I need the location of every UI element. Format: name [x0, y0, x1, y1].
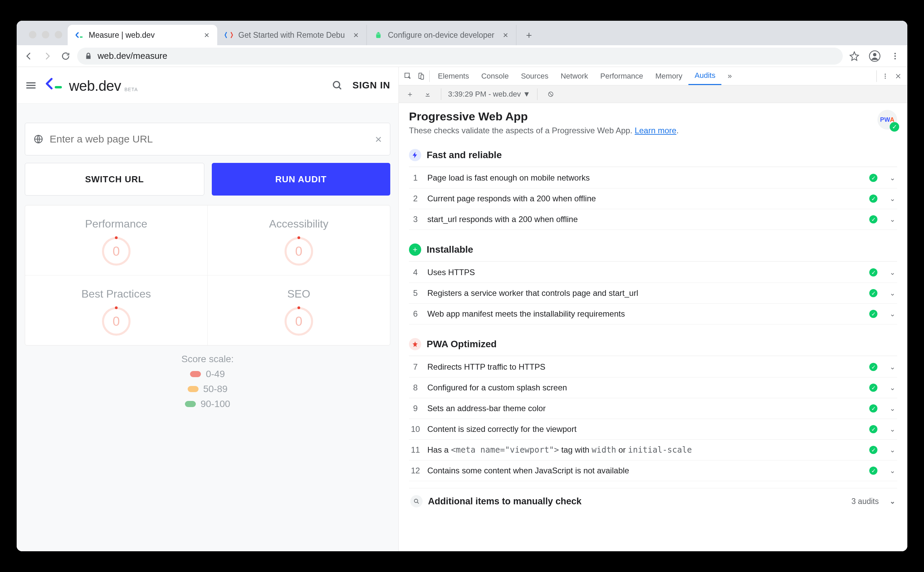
chevron-down-icon: ⌄: [889, 425, 896, 433]
check-icon: ✓: [869, 215, 877, 224]
tab-2[interactable]: Configure on-device developer ×: [367, 25, 516, 45]
scale-pill-orange: [188, 386, 198, 392]
download-icon[interactable]: [421, 88, 434, 101]
learn-more-link[interactable]: Learn more: [635, 126, 676, 135]
audit-number: 7: [410, 362, 420, 372]
maximize-window[interactable]: [55, 31, 62, 39]
close-tab-icon[interactable]: ×: [352, 31, 360, 39]
button-row: SWITCH URL RUN AUDIT: [25, 163, 390, 196]
scale-range: 90-100: [201, 399, 230, 409]
run-info[interactable]: 3:39:29 PM - web.dev ▼: [448, 90, 530, 99]
svg-rect-10: [26, 87, 36, 89]
audit-row[interactable]: 5Registers a service worker that control…: [409, 283, 897, 304]
svg-point-17: [885, 73, 885, 75]
pwa-subtitle: These checks validate the aspects of a P…: [409, 126, 679, 135]
section-header: PWA Optimized: [409, 335, 897, 356]
audit-row[interactable]: 7Redirects HTTP traffic to HTTPS✓⌄: [409, 357, 897, 378]
devtools-tabs: ElementsConsoleSourcesNetworkPerformance…: [399, 67, 907, 85]
audit-number: 5: [410, 288, 420, 298]
audit-text: Content is sized correctly for the viewp…: [427, 424, 862, 434]
audit-row[interactable]: 4Uses HTTPS✓⌄: [409, 262, 897, 283]
score-label: SEO: [287, 288, 310, 300]
devtools-tab-elements[interactable]: Elements: [432, 67, 475, 85]
chevron-down-icon: ⌄: [889, 363, 896, 371]
tab-bar: Measure | web.dev × Get Started with Rem…: [17, 21, 907, 45]
new-audit-icon[interactable]: ＋: [403, 88, 417, 101]
svg-point-19: [885, 78, 885, 79]
scale-row-2: 90-100: [32, 399, 383, 409]
profile-icon[interactable]: [868, 49, 882, 63]
check-icon: ✓: [869, 466, 877, 475]
audit-row[interactable]: 3start_url responds with a 200 when offl…: [409, 209, 897, 230]
run-info-text: 3:39:29 PM - web.dev: [448, 90, 521, 98]
devtools-tab-performance[interactable]: Performance: [594, 67, 649, 85]
hamburger-icon[interactable]: [25, 79, 37, 92]
audit-number: 9: [410, 404, 420, 413]
clear-icon[interactable]: ×: [375, 133, 382, 146]
audit-row[interactable]: 8Configured for a custom splash screen✓⌄: [409, 378, 897, 398]
search-icon[interactable]: [332, 79, 343, 91]
inspect-icon[interactable]: [402, 70, 414, 82]
switch-url-button[interactable]: SWITCH URL: [25, 163, 204, 196]
pwa-header: Progressive Web App These checks validat…: [409, 110, 897, 135]
audit-text: Page load is fast enough on mobile netwo…: [427, 173, 862, 183]
chevron-down-icon: ⌄: [889, 289, 896, 297]
close-window[interactable]: [29, 31, 36, 39]
devtools-tab-console[interactable]: Console: [475, 67, 515, 85]
star-icon[interactable]: [848, 49, 861, 63]
audit-row[interactable]: 6Web app manifest meets the installabili…: [409, 304, 897, 325]
score-value: 0: [295, 244, 302, 259]
devtools-tab-memory[interactable]: Memory: [649, 67, 688, 85]
svg-point-7: [895, 58, 896, 59]
forward-button[interactable]: [40, 49, 54, 63]
close-tab-icon[interactable]: ×: [203, 31, 211, 39]
sign-in-button[interactable]: SIGN IN: [352, 80, 390, 91]
address-bar: web.dev/measure: [17, 45, 907, 67]
kebab-menu-icon[interactable]: [888, 49, 902, 63]
scale-row-0: 0-49: [32, 368, 383, 379]
svg-point-21: [414, 499, 418, 503]
kebab-icon[interactable]: [879, 70, 892, 82]
page-body: × SWITCH URL RUN AUDIT Performance 0 Acc…: [17, 104, 398, 551]
check-icon: ✓: [869, 363, 877, 371]
new-tab-button[interactable]: +: [521, 27, 538, 44]
audit-text: Sets an address-bar theme color: [427, 404, 862, 413]
omnibox[interactable]: web.dev/measure: [77, 48, 843, 65]
audit-row[interactable]: 1Page load is fast enough on mobile netw…: [409, 168, 897, 188]
device-icon[interactable]: [414, 70, 427, 82]
overflow-icon[interactable]: »: [721, 67, 738, 85]
audit-row[interactable]: 11Has a <meta name="viewport"> tag with …: [409, 440, 897, 460]
tab-1[interactable]: Get Started with Remote Debu ×: [217, 25, 367, 45]
chevron-down-icon: ⌄: [889, 384, 896, 392]
bolt-icon: [409, 149, 421, 161]
back-button[interactable]: [22, 49, 36, 63]
check-icon: ✓: [890, 122, 899, 132]
url-input[interactable]: [50, 133, 375, 145]
content-split: web.dev BETA SIGN IN ×: [17, 67, 907, 551]
tab-0[interactable]: Measure | web.dev ×: [68, 25, 217, 45]
minimize-window[interactable]: [42, 31, 49, 39]
devtools-tab-network[interactable]: Network: [555, 67, 594, 85]
svg-rect-9: [26, 85, 36, 86]
score-scale: Score scale: 0-49 50-89 90-100: [25, 345, 390, 428]
run-audit-button[interactable]: RUN AUDIT: [212, 163, 391, 196]
section-fast-and-reliable: Fast and reliable1Page load is fast enou…: [409, 146, 897, 230]
clear-icon[interactable]: [544, 88, 557, 101]
audit-row[interactable]: 12Contains some content when JavaScript …: [409, 460, 897, 481]
audit-row[interactable]: 10Content is sized correctly for the vie…: [409, 419, 897, 440]
audit-number: 8: [410, 383, 420, 392]
audit-row[interactable]: 9Sets an address-bar theme color✓⌄: [409, 398, 897, 419]
audit-row[interactable]: 2Current page responds with a 200 when o…: [409, 188, 897, 209]
devtools-tab-sources[interactable]: Sources: [515, 67, 555, 85]
devtools-tab-audits[interactable]: Audits: [688, 67, 721, 85]
score-value: 0: [113, 244, 120, 259]
tabs: Measure | web.dev × Get Started with Rem…: [68, 21, 516, 45]
close-tab-icon[interactable]: ×: [502, 31, 509, 39]
url-text: web.dev/measure: [98, 51, 167, 61]
reload-button[interactable]: [59, 49, 73, 63]
manual-check-row[interactable]: Additional items to manually check 3 aud…: [409, 488, 897, 514]
audit-number: 1: [410, 173, 420, 183]
score-seo: SEO 0: [208, 275, 390, 345]
webdev-logo[interactable]: web.dev BETA: [45, 76, 138, 94]
close-devtools-icon[interactable]: [892, 70, 905, 82]
